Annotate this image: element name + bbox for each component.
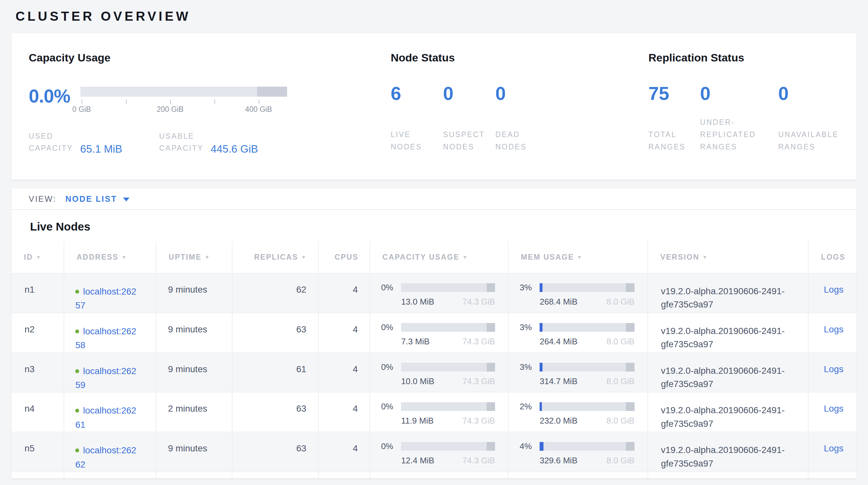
col-header-logs: LOGS bbox=[808, 241, 857, 273]
capacity-usage-reserved-segment bbox=[487, 442, 495, 451]
node-address-link[interactable]: localhost:26257 bbox=[75, 286, 136, 310]
mem-usage-reserved-segment bbox=[626, 323, 634, 332]
node-status-stat-label: DEADNODES bbox=[495, 129, 527, 153]
node-status-stat-label: LIVENODES bbox=[391, 129, 443, 153]
col-header-capacity-usage[interactable]: CAPACITY USAGE▼ bbox=[370, 241, 508, 273]
mem-usage-used-value: 264.4 MiB bbox=[539, 337, 578, 347]
mem-usage-used-fill bbox=[539, 323, 542, 332]
node-address-cell: localhost:26258 bbox=[64, 313, 156, 353]
mem-usage-total-value: 8.0 GiB bbox=[607, 456, 634, 465]
node-status-stat-label-line: NODES bbox=[443, 141, 495, 153]
node-address-link[interactable]: localhost:26259 bbox=[75, 366, 136, 390]
node-id-cell: n4 bbox=[11, 392, 64, 432]
mem-usage-used-value: 232.0 MiB bbox=[539, 416, 578, 426]
col-header-address[interactable]: ADDRESS▼ bbox=[64, 241, 156, 273]
capacity-usage-cell: 0%13.0 MiB74.3 GiB bbox=[370, 273, 508, 313]
col-header-version[interactable]: VERSION▼ bbox=[648, 241, 808, 273]
gauge-tick-label: 200 GiB bbox=[157, 105, 183, 114]
view-selector-dropdown[interactable]: NODE LIST bbox=[65, 194, 129, 204]
col-header-replicas[interactable]: REPLICAS▼ bbox=[232, 241, 318, 273]
capacity-stat-label: USEDCAPACITY bbox=[29, 130, 73, 154]
col-header-uptime[interactable]: UPTIME▼ bbox=[156, 241, 232, 273]
col-header-mem-usage[interactable]: MEM USAGE▼ bbox=[508, 241, 648, 273]
node-address-link[interactable]: localhost:26262 bbox=[75, 445, 136, 469]
logs-link[interactable]: Logs bbox=[824, 403, 843, 413]
capacity-usage-total-value: 74.3 GiB bbox=[462, 297, 495, 307]
mem-usage-total-value: 8.0 GiB bbox=[607, 416, 634, 426]
node-version-cell: v19.2.0-alpha.20190606-2491-gfe735c9a97 bbox=[648, 432, 808, 472]
capacity-usage-reserved-segment bbox=[487, 402, 495, 411]
col-header-label: LOGS bbox=[821, 253, 845, 261]
mem-usage-values: 264.4 MiB8.0 GiB bbox=[539, 337, 634, 347]
logs-link[interactable]: Logs bbox=[824, 364, 843, 374]
live-nodes-table: ID▼ADDRESS▼UPTIME▼REPLICAS▼CPUSCAPACITY … bbox=[11, 241, 857, 478]
capacity-usage-bar-row: 0% bbox=[381, 362, 495, 372]
logs-link[interactable]: Logs bbox=[824, 285, 843, 294]
capacity-gauge: 0 GiB200 GiB400 GiB bbox=[81, 87, 287, 117]
capacity-usage-values: 11.9 MiB74.3 GiB bbox=[401, 416, 495, 426]
col-header-id[interactable]: ID▼ bbox=[11, 241, 64, 273]
replication-stat: 0UNAVAILABLERANGES bbox=[778, 84, 839, 153]
sort-caret-icon: ▼ bbox=[36, 254, 42, 260]
sort-caret-icon: ▼ bbox=[577, 254, 583, 260]
capacity-stat-value: 445.6 GiB bbox=[211, 143, 258, 155]
gauge-tick-mark bbox=[82, 99, 82, 104]
replication-stat-label-line: RANGES bbox=[648, 141, 700, 153]
logs-link[interactable]: Logs bbox=[824, 324, 843, 334]
replication-stat-value: 75 bbox=[648, 84, 700, 103]
mem-usage-values: 232.0 MiB8.0 GiB bbox=[539, 416, 634, 426]
logs-link[interactable]: Logs bbox=[824, 443, 843, 453]
mem-usage-bar bbox=[539, 363, 634, 372]
sort-caret-icon: ▼ bbox=[205, 254, 210, 260]
node-id-cell: n5 bbox=[11, 432, 64, 472]
node-status-stat-label-line: NODES bbox=[391, 141, 443, 153]
node-logs-cell: Logs bbox=[808, 392, 857, 432]
mem-usage-bar bbox=[539, 323, 634, 332]
capacity-usage-title: Capacity Usage bbox=[29, 51, 391, 64]
mem-usage-used-fill bbox=[539, 363, 542, 372]
partial-cell bbox=[11, 472, 64, 478]
replication-stat-value: 0 bbox=[778, 84, 839, 103]
node-status-stat: 0DEADNODES bbox=[495, 84, 527, 153]
node-address-link[interactable]: localhost:26261 bbox=[75, 405, 136, 429]
mem-usage-cell: 4%329.6 MiB8.0 GiB bbox=[508, 432, 648, 472]
partial-cell bbox=[156, 472, 232, 478]
mem-usage-cell: 3%268.4 MiB8.0 GiB bbox=[508, 273, 648, 313]
col-header-label: ADDRESS bbox=[76, 253, 119, 261]
node-address-cell: localhost:26261 bbox=[64, 392, 156, 432]
replication-stat-value: 0 bbox=[700, 84, 778, 103]
replication-stat-label: TOTALRANGES bbox=[648, 129, 700, 153]
capacity-stat: USABLECAPACITY445.6 GiB bbox=[159, 130, 258, 154]
mem-usage-bar bbox=[539, 442, 634, 451]
mem-usage-bar-row: 2% bbox=[520, 402, 634, 411]
mem-usage-used-fill bbox=[539, 402, 541, 411]
mem-usage-cell: 3%314.7 MiB8.0 GiB bbox=[508, 353, 648, 393]
capacity-usage-used-value: 13.0 MiB bbox=[401, 297, 434, 307]
replication-stat-label-line: UNAVAILABLE bbox=[778, 129, 839, 141]
capacity-usage-used-value: 7.3 MiB bbox=[401, 337, 430, 347]
gauge-tick-label: 400 GiB bbox=[245, 105, 272, 114]
capacity-usage-values: 12.4 MiB74.3 GiB bbox=[401, 456, 495, 465]
capacity-percent: 0.0% bbox=[29, 87, 81, 106]
table-row: n4localhost:262612 minutes6340%11.9 MiB7… bbox=[11, 392, 857, 432]
node-address-link[interactable]: localhost:26258 bbox=[75, 326, 136, 350]
node-status-stat-label-line: DEAD bbox=[495, 129, 527, 141]
node-status-stat-value: 0 bbox=[443, 84, 495, 103]
node-uptime-cell: 9 minutes bbox=[156, 273, 232, 313]
node-status-stat-value: 0 bbox=[495, 84, 527, 103]
capacity-usage-bar-row: 0% bbox=[381, 283, 495, 293]
capacity-stat-label-line: USABLE bbox=[159, 130, 204, 142]
node-cpus-cell: 4 bbox=[318, 432, 370, 472]
capacity-stat: USEDCAPACITY65.1 MiB bbox=[29, 130, 159, 154]
partial-cell bbox=[508, 472, 648, 478]
capacity-usage-total-value: 74.3 GiB bbox=[462, 456, 495, 465]
page-title: CLUSTER OVERVIEW bbox=[16, 9, 857, 24]
capacity-stat-value: 65.1 MiB bbox=[80, 143, 122, 155]
mem-usage-reserved-segment bbox=[626, 363, 634, 372]
replication-stat-label: UNDER-REPLICATEDRANGES bbox=[700, 116, 778, 153]
replication-stat-label-line: TOTAL bbox=[648, 129, 700, 141]
capacity-stat-label-line: USED bbox=[29, 130, 73, 142]
replication-stat-label-line: RANGES bbox=[700, 141, 778, 153]
mem-usage-bar-row: 4% bbox=[520, 441, 634, 451]
capacity-usage-cell: 0%11.9 MiB74.3 GiB bbox=[370, 392, 508, 432]
